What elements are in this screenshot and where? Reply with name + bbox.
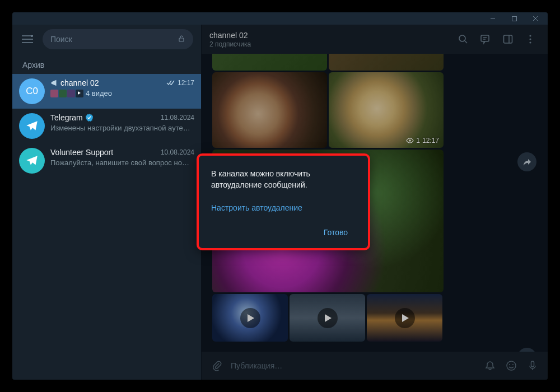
svg-point-6 — [529, 35, 531, 36]
chat-name-text: channel 02 — [60, 78, 99, 87]
minimize-button[interactable] — [483, 12, 503, 25]
svg-rect-2 — [179, 38, 184, 41]
media-video[interactable] — [367, 294, 442, 342]
search-placeholder: Поиск — [50, 35, 72, 44]
read-icon — [166, 80, 175, 86]
media-image[interactable] — [329, 54, 444, 71]
chat-time-text: 10.08.2024 — [161, 148, 194, 156]
chat-item-channel-02[interactable]: C0 channel 02 12:17 4 в — [12, 74, 201, 109]
media-views: 1 — [416, 137, 420, 144]
play-icon — [395, 308, 415, 328]
avatar: C0 — [19, 78, 45, 104]
megaphone-icon — [50, 79, 58, 87]
search-input[interactable]: Поиск — [43, 29, 193, 49]
chat-name-text: Telegram — [50, 113, 83, 122]
svg-point-10 — [507, 361, 516, 370]
avatar — [19, 113, 45, 139]
svg-point-9 — [409, 139, 411, 142]
chat-time-text: 12:17 — [178, 79, 194, 87]
verified-icon — [85, 114, 93, 122]
play-icon — [318, 308, 338, 328]
maximize-button[interactable] — [504, 12, 524, 25]
composer — [201, 352, 548, 380]
share-button[interactable] — [517, 152, 536, 171]
media-image[interactable] — [212, 72, 327, 148]
svg-point-3 — [459, 35, 465, 41]
notifications-icon[interactable] — [483, 358, 497, 373]
svg-rect-13 — [531, 361, 534, 367]
media-video[interactable] — [290, 294, 365, 342]
svg-rect-5 — [504, 35, 512, 43]
chat-message-text: 4 видео — [86, 89, 112, 97]
emoji-icon[interactable] — [504, 358, 519, 373]
media-image[interactable]: 1 12:17 — [329, 72, 444, 148]
media-thumbs — [50, 90, 83, 97]
attach-icon[interactable] — [209, 358, 224, 373]
svg-point-12 — [512, 364, 514, 365]
configure-autodelete-link[interactable]: Настроить автоудаление — [211, 203, 356, 212]
sidepanel-icon[interactable] — [498, 30, 517, 49]
chat-item-volunteer-support[interactable]: Volunteer Support 10.08.2024 Пожалуйста,… — [12, 143, 201, 178]
media-image[interactable] — [212, 54, 327, 71]
search-icon[interactable] — [454, 30, 473, 49]
lock-icon — [178, 35, 185, 44]
svg-rect-4 — [481, 35, 489, 41]
svg-point-11 — [509, 364, 510, 365]
autodelete-dialog: В каналах можно включить автоудаление со… — [197, 153, 370, 250]
chat-name-text: Volunteer Support — [50, 148, 113, 157]
menu-icon[interactable] — [18, 30, 37, 49]
avatar — [19, 148, 45, 174]
more-icon[interactable] — [521, 30, 540, 49]
share-button[interactable] — [517, 348, 536, 352]
chat-time-text: 11.08.2024 — [161, 114, 194, 122]
chat-title: channel 02 — [209, 31, 445, 40]
play-icon — [240, 308, 260, 328]
svg-point-8 — [529, 41, 531, 43]
svg-point-1 — [31, 35, 33, 37]
comments-icon[interactable] — [476, 30, 495, 49]
sidebar: Поиск Архив C0 channel 02 12:17 — [12, 25, 201, 380]
chat-message-text: Пожалуйста, напишите свой вопрос но… — [50, 158, 189, 167]
views-icon — [406, 137, 414, 144]
close-button[interactable] — [525, 12, 545, 25]
message-input[interactable] — [231, 361, 476, 370]
chat-subtitle: 2 подписчика — [209, 40, 445, 48]
chat-message-text: Изменены настройки двухэтапной ауте… — [50, 124, 190, 132]
media-time: 12:17 — [422, 137, 439, 144]
voice-icon[interactable] — [525, 358, 540, 373]
svg-rect-0 — [512, 16, 516, 21]
media-video[interactable] — [212, 294, 288, 342]
chat-header[interactable]: channel 02 2 подписчика — [201, 25, 548, 54]
done-button[interactable]: Готово — [316, 225, 356, 240]
chat-item-telegram[interactable]: Telegram 11.08.2024 Изменены настройки д… — [12, 109, 201, 143]
dialog-text: В каналах можно включить автоудаление со… — [211, 168, 356, 191]
titlebar — [12, 12, 548, 25]
svg-point-7 — [529, 38, 531, 40]
telegram-icon — [25, 119, 39, 133]
archive-header[interactable]: Архив — [12, 54, 201, 74]
support-icon — [25, 153, 39, 168]
